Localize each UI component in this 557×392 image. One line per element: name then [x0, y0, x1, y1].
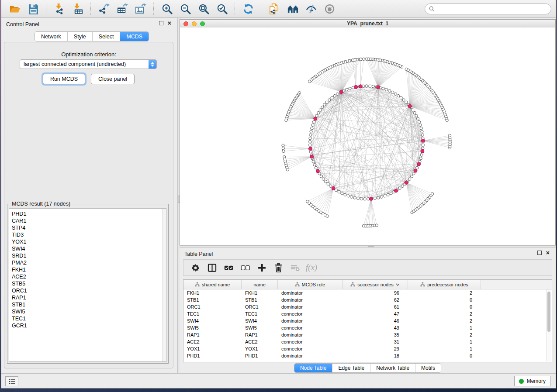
- close-panel-icon[interactable]: ×: [546, 251, 550, 255]
- table-cell: 1: [408, 345, 481, 352]
- add-column-icon[interactable]: [256, 262, 267, 273]
- column-header-name[interactable]: name: [242, 280, 278, 289]
- table-row[interactable]: YOX1YOX1connector291: [183, 345, 552, 352]
- table-row[interactable]: TEC1TEC1connector472: [183, 310, 552, 317]
- tab-network[interactable]: Network: [35, 32, 68, 41]
- settings-gear-icon[interactable]: [190, 262, 201, 273]
- table-cell: 31: [343, 338, 408, 345]
- mcds-result-item[interactable]: SWI5: [9, 308, 166, 315]
- memory-label: Memory: [527, 378, 546, 384]
- table-cell: 43: [343, 324, 408, 331]
- search-network-icon[interactable]: [286, 2, 299, 15]
- export-network-icon[interactable]: [97, 2, 111, 15]
- delete-column-icon[interactable]: [273, 262, 284, 273]
- mcds-result-item[interactable]: TID3: [9, 231, 166, 238]
- window-close-icon[interactable]: [183, 21, 188, 26]
- tab-network-table[interactable]: Network Table: [370, 364, 415, 372]
- task-history-button[interactable]: [5, 376, 18, 386]
- window-maximize-icon[interactable]: [200, 21, 205, 26]
- select-all-checkboxes-icon[interactable]: [223, 262, 234, 273]
- tab-select[interactable]: Select: [93, 32, 121, 41]
- table-scrollbar[interactable]: [546, 289, 551, 361]
- mcds-result-item[interactable]: PHD1: [9, 210, 166, 217]
- memory-button[interactable]: Memory: [514, 376, 550, 386]
- show-visibility-icon[interactable]: [323, 2, 336, 15]
- zoom-fit-icon[interactable]: [197, 2, 210, 15]
- zoom-out-icon[interactable]: [179, 2, 192, 15]
- table-header-row: shared namenameMCDS rolesuccessor nodesp…: [183, 280, 552, 289]
- table-row[interactable]: ORC1ORC1dominator610: [183, 303, 552, 310]
- table-cell: SWI4: [242, 317, 278, 324]
- mcds-result-item[interactable]: PMA2: [9, 259, 166, 266]
- table-row[interactable]: SWI5SWI5connector431: [183, 324, 552, 331]
- table-cell: dominator: [278, 296, 343, 303]
- table-row[interactable]: PHD1PHD1dominator180: [183, 352, 552, 359]
- mcds-result-item[interactable]: FKH1: [9, 266, 166, 273]
- table-scrollbar-thumb[interactable]: [547, 292, 550, 332]
- node-table[interactable]: shared namenameMCDS rolesuccessor nodesp…: [183, 279, 552, 362]
- refresh-layout-icon[interactable]: [242, 2, 255, 15]
- table-cell: RAP1: [183, 331, 242, 338]
- mcds-result-item[interactable]: SRD1: [9, 252, 166, 259]
- table-row[interactable]: SWI4SWI4dominator462: [183, 317, 552, 324]
- export-image-icon[interactable]: [134, 2, 147, 15]
- column-header-predecessor-nodes[interactable]: predecessor nodes: [408, 280, 481, 289]
- mcds-result-item[interactable]: CAR1: [9, 217, 166, 224]
- tab-node-table[interactable]: Node Table: [294, 364, 333, 372]
- toggle-columns-icon[interactable]: [206, 262, 218, 273]
- mcds-result-item[interactable]: ACE2: [9, 273, 166, 280]
- table-tabs: Node TableEdge TableNetwork TableMotifs: [294, 363, 441, 373]
- apply-function-icon: f(x): [306, 262, 317, 273]
- zoom-selected-icon[interactable]: [215, 2, 228, 15]
- mcds-result-item[interactable]: RAP1: [9, 294, 166, 301]
- tab-motifs[interactable]: Motifs: [415, 364, 441, 372]
- import-table-icon[interactable]: [71, 2, 84, 15]
- table-row[interactable]: STB1STB1dominator620: [183, 296, 552, 303]
- run-mcds-button[interactable]: Run MCDS: [43, 74, 85, 84]
- search-input[interactable]: [437, 5, 547, 12]
- mcds-result-item[interactable]: GCR1: [9, 322, 166, 329]
- table-cell: connector: [278, 338, 343, 345]
- import-network-icon[interactable]: [53, 2, 66, 15]
- save-session-icon[interactable]: [27, 2, 40, 15]
- close-panel-button[interactable]: Close panel: [91, 74, 135, 84]
- tab-style[interactable]: Style: [68, 32, 93, 41]
- mcds-result-item[interactable]: TEC1: [9, 315, 166, 322]
- export-table-icon[interactable]: [116, 2, 129, 15]
- column-header-MCDS-role[interactable]: MCDS role: [278, 280, 343, 289]
- network-window-titlebar[interactable]: YPA_prune.txt_1: [180, 20, 555, 28]
- float-panel-icon[interactable]: [537, 251, 542, 255]
- hide-visibility-icon[interactable]: [304, 2, 318, 15]
- tab-edge-table[interactable]: Edge Table: [332, 364, 370, 372]
- deselect-all-checkboxes-icon[interactable]: [239, 262, 251, 273]
- memory-status-icon: [519, 379, 524, 384]
- mcds-result-item[interactable]: STB1: [9, 301, 166, 308]
- mcds-list-scrollbar[interactable]: [162, 209, 166, 361]
- open-folder-icon[interactable]: [8, 2, 21, 15]
- mcds-result-item[interactable]: SWI4: [9, 245, 166, 252]
- table-row[interactable]: RAP1RAP1dominator352: [183, 331, 552, 338]
- tab-mcds[interactable]: MCDS: [120, 32, 149, 41]
- search-field[interactable]: [425, 3, 551, 14]
- table-cell: 29: [343, 345, 408, 352]
- table-cell: 96: [343, 289, 408, 296]
- mcds-result-list[interactable]: PHD1CAR1STP4TID3YOX1SWI4SRD1PMA2FKH1ACE2…: [9, 208, 166, 362]
- float-panel-icon[interactable]: [159, 21, 163, 25]
- column-header-successor-nodes[interactable]: successor nodes: [343, 280, 408, 289]
- window-minimize-icon[interactable]: [192, 21, 197, 26]
- close-panel-icon[interactable]: ×: [168, 21, 171, 25]
- zoom-in-icon[interactable]: [160, 2, 173, 15]
- mcds-result-item[interactable]: STB5: [9, 280, 166, 287]
- table-cell: TEC1: [242, 310, 278, 317]
- column-header-shared-name[interactable]: shared name: [183, 280, 242, 289]
- mcds-result-item[interactable]: YOX1: [9, 238, 166, 245]
- duplicate-network-icon[interactable]: [268, 2, 281, 15]
- mcds-result-item[interactable]: ORC1: [9, 287, 166, 294]
- table-row[interactable]: ACE2ACE2connector311: [183, 338, 552, 345]
- table-row[interactable]: FKH1FKH1dominator962: [183, 289, 552, 296]
- network-canvas[interactable]: [180, 28, 555, 245]
- mcds-result-item[interactable]: STP4: [9, 224, 166, 231]
- table-cell: YOX1: [242, 345, 278, 352]
- select-stepper-icon: [149, 60, 156, 69]
- optimization-criterion-select[interactable]: largest connected component (undirected): [20, 59, 157, 69]
